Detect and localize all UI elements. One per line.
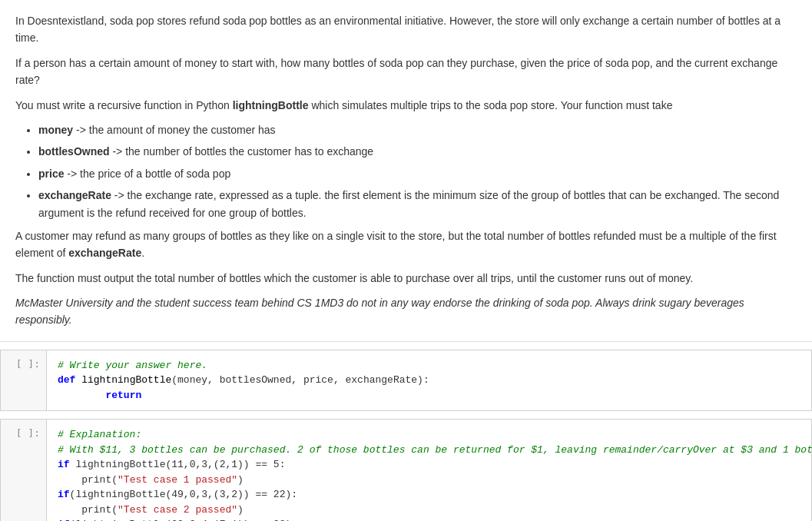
bullet2-rest: -> the number of bottles the customer ha… (110, 145, 374, 158)
paragraph-4: A customer may refund as many groups of … (15, 227, 797, 262)
if-line-5: if(lightningBottle(49,0,3,(3,2)) == 22): (58, 489, 297, 500)
paragraph-2: If a person has a certain amount of mone… (15, 55, 797, 89)
cell-content-1[interactable]: # Write your answer here. def lightningB… (47, 350, 811, 411)
bullet1-rest: -> the amount of money the customer has (73, 124, 275, 136)
comment-with: # With $11, 3 bottles can be purchased. … (58, 444, 812, 456)
bullet3-rest: -> the price of a bottle of soda pop (64, 168, 230, 180)
para3-bold: lightningBottle (233, 99, 309, 111)
paragraph-6-disclaimer: McMaster University and the student succ… (15, 294, 797, 329)
text-cell: In Doesntexistland, soda pop stores refu… (0, 0, 812, 342)
para2-text: If a person has a certain amount of mone… (15, 57, 777, 86)
print-line-6: print("Test case 2 passed") (81, 504, 244, 516)
parameter-list: money -> the amount of money the custome… (38, 121, 797, 221)
bullet3-bold: price (38, 168, 64, 180)
paragraph-1: In Doesntexistland, soda pop stores refu… (15, 12, 797, 47)
bullet-bottlesowned: bottlesOwned -> the number of bottles th… (38, 143, 797, 160)
cell-content-2[interactable]: # Explanation: # With $11, 3 bottles can… (47, 420, 812, 521)
paragraph-5: The function must output the total numbe… (15, 270, 797, 287)
bullet-price: price -> the price of a bottle of soda p… (38, 165, 797, 182)
bullet4-rest: -> the exchange rate, expressed as a tup… (38, 189, 779, 218)
para4-end: . (141, 247, 144, 259)
params-1: (money, bottlesOwned, price, exchangeRat… (171, 374, 429, 386)
bullet1-bold: money (38, 124, 73, 136)
cell-gutter-1: [ ]: (1, 350, 47, 411)
funcname-1: lightningBottle (81, 374, 171, 386)
print-line-4: print("Test case 1 passed") (81, 474, 244, 486)
comment-1: # Write your answer here. (58, 360, 207, 371)
bullet-exchangerate: exchangeRate -> the exchange rate, expre… (38, 187, 797, 221)
bullet2-bold: bottlesOwned (38, 145, 110, 158)
para4-bold: exchangeRate (68, 247, 141, 259)
bullet-money: money -> the amount of money the custome… (38, 121, 797, 138)
para3-prefix: You must write a recursive function in P… (15, 99, 233, 111)
return-keyword: return (81, 390, 141, 401)
paragraph-3: You must write a recursive function in P… (15, 97, 797, 114)
comment-exp: # Explanation: (58, 429, 141, 440)
code-cell-2[interactable]: [ ]: # Explanation: # With $11, 3 bottle… (0, 419, 812, 521)
notebook: In Doesntexistland, soda pop stores refu… (0, 0, 812, 521)
para3-suffix: which simulates multiple trips to the so… (309, 99, 673, 111)
code-cell-1[interactable]: [ ]: # Write your answer here. def light… (0, 350, 812, 412)
cell-gutter-2: [ ]: (1, 420, 47, 521)
if-line-3: if lightningBottle(11,0,3,(2,1)) == 5: (58, 459, 285, 470)
def-keyword: def (58, 374, 75, 386)
bullet4-bold: exchangeRate (38, 189, 111, 201)
